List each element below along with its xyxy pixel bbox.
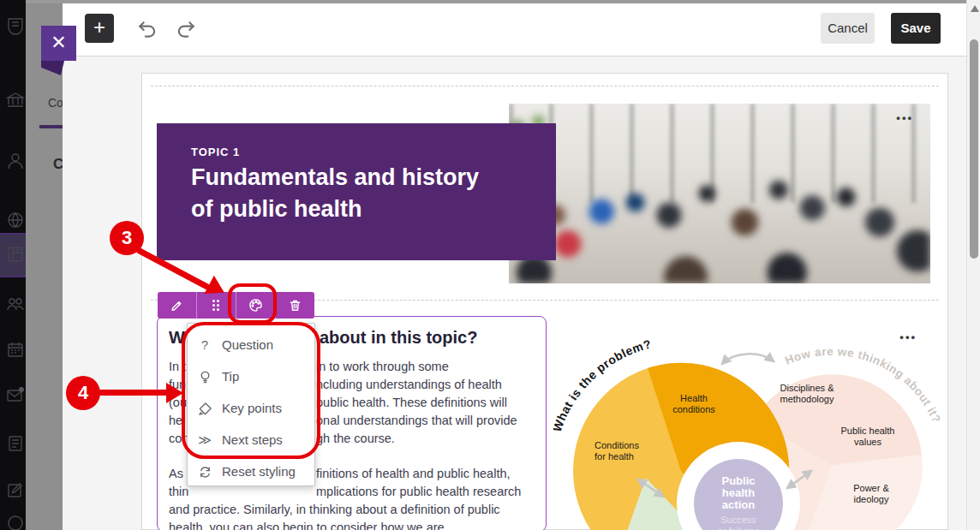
close-icon[interactable]: ✕ bbox=[41, 26, 76, 61]
annotation-step-4: 4 bbox=[66, 376, 100, 410]
course-nav-rail bbox=[0, 0, 26, 530]
edit-block-button[interactable] bbox=[158, 292, 196, 319]
sidebar-item-tools[interactable] bbox=[6, 480, 25, 499]
label-center-title: Public bbox=[721, 474, 755, 487]
redo-button[interactable] bbox=[175, 19, 197, 41]
reset-icon bbox=[188, 463, 222, 479]
university-crest-logo bbox=[6, 17, 25, 36]
label-center-title: health bbox=[722, 486, 755, 499]
sidebar-item-profile[interactable] bbox=[6, 152, 25, 170]
tab-active-underline bbox=[39, 125, 63, 128]
diagram-overflow-menu-icon[interactable]: ••• bbox=[899, 333, 917, 342]
heading-fragment-right: about in this topic? bbox=[320, 328, 477, 348]
course-panel-heading: C bbox=[53, 156, 63, 173]
topic-title: Fundamentals and history of public healt… bbox=[191, 162, 479, 225]
line-fragment: As bbox=[169, 467, 183, 480]
public-health-diagram: What is the problem? How are we thinking… bbox=[553, 318, 949, 530]
line-fragment: mplications for public health research bbox=[316, 485, 521, 498]
close-editor-ribbon[interactable]: ✕ bbox=[41, 26, 76, 61]
label-health-conditions: Health bbox=[680, 393, 708, 403]
annotation-arrowhead-4 bbox=[166, 383, 183, 403]
message-notification-dot bbox=[19, 387, 24, 392]
annotation-highlight-menu-items bbox=[182, 322, 320, 459]
crowd-photo-block[interactable]: ••• bbox=[509, 104, 930, 283]
diagram-block[interactable]: What is the problem? How are we thinking… bbox=[553, 318, 949, 530]
sidebar-item-courses[interactable] bbox=[6, 245, 25, 264]
sidebar-item-institution[interactable] bbox=[6, 91, 25, 110]
sidebar-item-organizations[interactable] bbox=[6, 295, 25, 313]
label-center-title: action bbox=[722, 498, 755, 511]
topic-title-line2: of public health bbox=[191, 194, 479, 225]
line-fragment: in to work through some bbox=[316, 360, 449, 373]
tab-content[interactable]: Co bbox=[48, 96, 63, 110]
annotation-highlight-style-button bbox=[228, 283, 277, 324]
dimmed-course-panel: Co C bbox=[26, 0, 63, 530]
sidebar-item-activity[interactable] bbox=[6, 211, 25, 229]
line-fragment: and practice. Similarly, in thinking abo… bbox=[169, 503, 500, 516]
line-fragment: ncluding understandings of health bbox=[316, 378, 502, 391]
cancel-button[interactable]: Cancel bbox=[821, 13, 875, 44]
label-center-sub: or failures bbox=[718, 526, 760, 530]
line-fragment: finitions of health and public health, bbox=[316, 467, 511, 480]
sidebar-item-calendar[interactable] bbox=[6, 340, 25, 359]
label-conditions-for-health: Conditions bbox=[595, 440, 639, 450]
label-health-conditions: conditions bbox=[672, 404, 715, 414]
paragraph-line: thinmplications for public health resear… bbox=[169, 485, 535, 503]
label-power: Power & bbox=[853, 483, 889, 493]
label-conditions-for-health: for health bbox=[595, 451, 634, 462]
page-scrollbar bbox=[966, 0, 980, 530]
delete-block-button[interactable] bbox=[275, 292, 314, 319]
add-content-button[interactable]: + bbox=[85, 14, 114, 43]
label-values: values bbox=[854, 437, 881, 447]
label-disciplines: methodology bbox=[780, 394, 834, 404]
line-fragment: public health. These definitions will bbox=[316, 396, 507, 409]
scrollbar-up-arrow[interactable] bbox=[971, 5, 979, 12]
line-fragment: health, you can also begin to consider h… bbox=[169, 521, 445, 530]
topic-banner-block[interactable]: TOPIC 1 Fundamentals and history of publ… bbox=[157, 123, 556, 260]
sidebar-item-help[interactable] bbox=[6, 514, 25, 530]
label-values: Public health bbox=[841, 426, 895, 436]
menu-item-label: Reset styling bbox=[222, 464, 296, 479]
save-button[interactable]: Save bbox=[891, 13, 941, 44]
trash-icon bbox=[288, 298, 302, 313]
editor-toolbar: + Cancel Save bbox=[63, 3, 966, 57]
annotation-arrow-4 bbox=[98, 390, 170, 396]
photo-crowd bbox=[509, 104, 930, 283]
label-disciplines: Disciplines & bbox=[780, 383, 835, 393]
label-power: ideology bbox=[854, 494, 889, 504]
topic-eyebrow: TOPIC 1 bbox=[191, 146, 240, 158]
image-overflow-menu-icon[interactable]: ••• bbox=[896, 114, 913, 122]
undo-button[interactable] bbox=[136, 19, 158, 41]
line-fragment: thin bbox=[169, 485, 188, 498]
line-fragment: onal understandings that will provide bbox=[316, 414, 517, 427]
sidebar-item-grades[interactable] bbox=[6, 434, 25, 453]
paragraph-line: and practice. Similarly, in thinking abo… bbox=[169, 503, 535, 521]
pencil-icon bbox=[170, 298, 184, 313]
block-divider bbox=[151, 86, 939, 86]
label-center-sub: Success bbox=[720, 515, 756, 525]
topic-title-line1: Fundamentals and history bbox=[191, 162, 479, 194]
scrollbar-thumb[interactable] bbox=[970, 39, 978, 259]
paragraph-line: health, you can also begin to consider h… bbox=[169, 521, 535, 530]
line-fragment: gh the course. bbox=[316, 432, 395, 445]
menu-item-reset-styling[interactable]: Reset styling bbox=[188, 456, 314, 487]
